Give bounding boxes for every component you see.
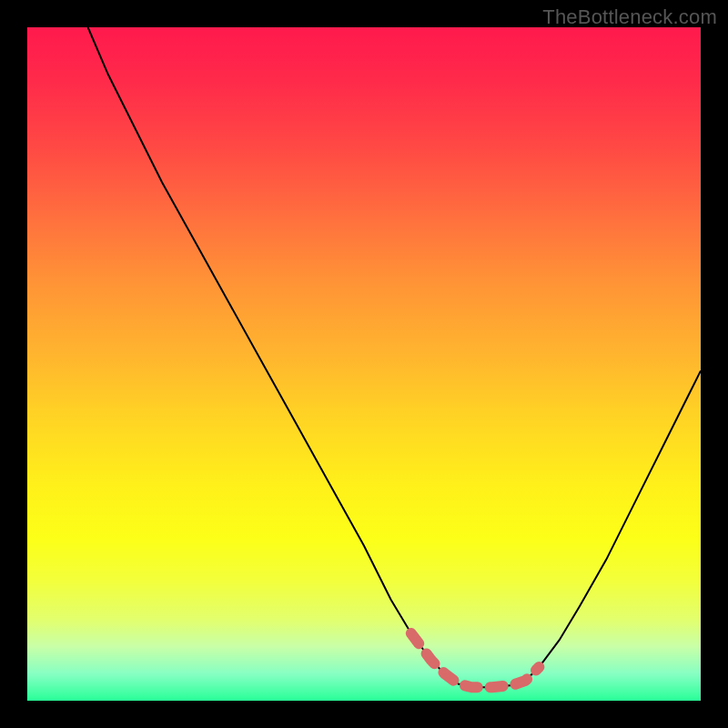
watermark-text: TheBottleneck.com bbox=[542, 5, 717, 29]
optimal-region-highlight bbox=[411, 633, 540, 687]
chart-frame: TheBottleneck.com bbox=[0, 0, 728, 728]
bottleneck-curve bbox=[88, 27, 701, 687]
chart-svg bbox=[27, 27, 701, 701]
